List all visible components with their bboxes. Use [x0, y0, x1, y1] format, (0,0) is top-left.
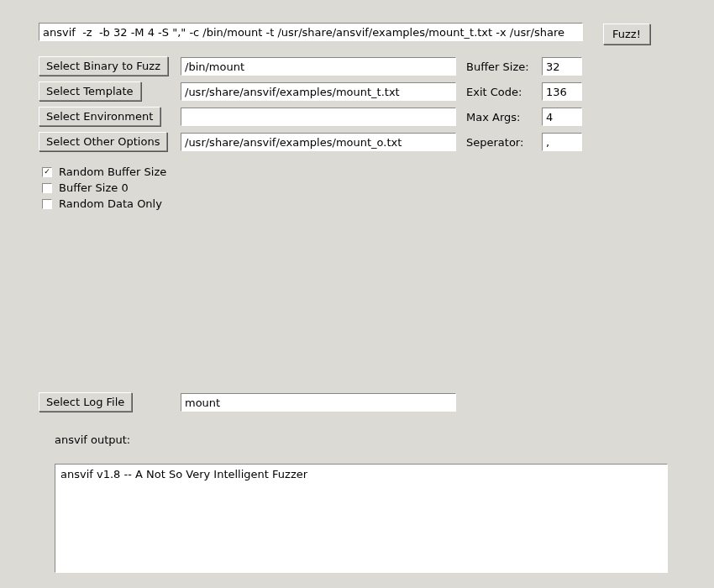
output-textarea[interactable]: ansvif v1.8 -- A Not So Very Intelligent…	[55, 464, 668, 573]
max-args-label: Max Args:	[466, 111, 520, 123]
select-binary-button[interactable]: Select Binary to Fuzz	[39, 56, 168, 76]
random-data-only-checkbox[interactable]	[42, 199, 52, 209]
random-buffer-size-label: Random Buffer Size	[59, 165, 166, 178]
buffer-size-0-checkbox[interactable]	[42, 183, 52, 193]
command-line-input[interactable]	[39, 23, 583, 41]
exit-code-label: Exit Code:	[466, 86, 522, 98]
select-log-file-button[interactable]: Select Log File	[39, 392, 132, 412]
select-other-options-button[interactable]: Select Other Options	[39, 132, 167, 151]
seperator-input[interactable]	[542, 133, 582, 151]
buffer-size-0-label: Buffer Size 0	[59, 181, 129, 194]
log-file-input[interactable]	[181, 393, 456, 412]
select-environment-button[interactable]: Select Environment	[39, 107, 160, 126]
buffer-size-label: Buffer Size:	[466, 60, 529, 73]
buffer-size-input[interactable]	[542, 57, 582, 76]
max-args-input[interactable]	[542, 108, 582, 126]
template-path-input[interactable]	[181, 82, 456, 101]
random-data-only-label: Random Data Only	[59, 197, 162, 210]
binary-path-input[interactable]	[181, 57, 456, 76]
environment-path-input[interactable]	[181, 108, 456, 126]
fuzz-button[interactable]: Fuzz!	[603, 24, 650, 45]
output-label: ansvif output:	[55, 433, 130, 446]
random-buffer-size-checkbox[interactable]: ✓	[42, 167, 52, 177]
seperator-label: Seperator:	[466, 136, 523, 149]
other-options-path-input[interactable]	[181, 133, 456, 151]
select-template-button[interactable]: Select Template	[39, 81, 141, 101]
exit-code-input[interactable]	[542, 82, 582, 101]
